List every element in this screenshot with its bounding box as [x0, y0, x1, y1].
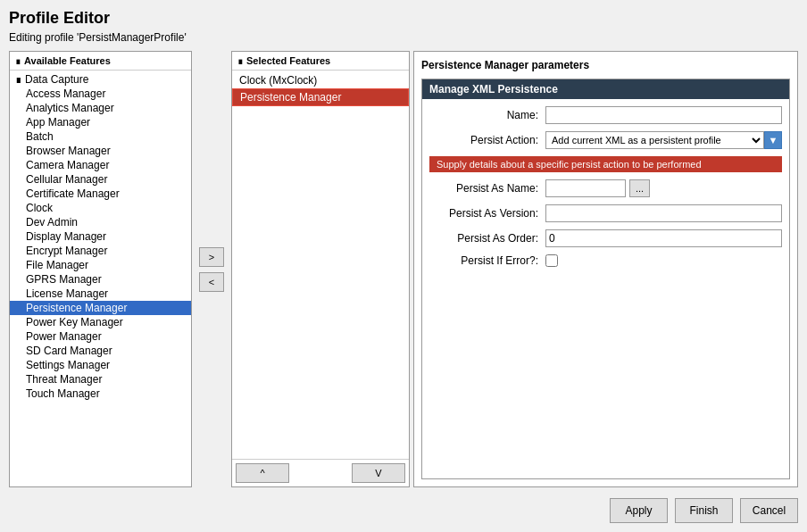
feature-item-browser-manager[interactable]: Browser Manager: [10, 144, 191, 158]
page-title: Profile Editor: [9, 9, 798, 28]
available-features-panel: ∎ Available Features ∎ Data Capture Acce…: [9, 51, 192, 487]
feature-item-cellular-manager[interactable]: Cellular Manager: [10, 172, 191, 187]
feature-item-power-manager[interactable]: Power Manager: [10, 329, 191, 344]
params-panel-title: Persistence Manager parameters: [421, 59, 790, 71]
feature-item-display-manager[interactable]: Display Manager: [10, 229, 191, 244]
feature-item-batch[interactable]: Batch: [10, 129, 191, 144]
feature-item-analytics-manager[interactable]: Analytics Manager: [10, 101, 191, 115]
name-input[interactable]: [545, 106, 782, 124]
persist-if-error-checkbox-wrapper: [545, 254, 558, 267]
persist-as-order-input[interactable]: [545, 229, 782, 247]
params-box-header: Manage XML Persistence: [422, 79, 789, 99]
finish-button[interactable]: Finish: [675, 498, 733, 523]
params-box: Manage XML Persistence Name: Persist Act…: [421, 79, 790, 479]
feature-item-app-manager[interactable]: App Manager: [10, 115, 191, 129]
cancel-button[interactable]: Cancel: [740, 498, 798, 523]
feature-item-encrypt-manager[interactable]: Encrypt Manager: [10, 244, 191, 258]
persist-action-label: Persist Action:: [429, 134, 545, 146]
editing-label: Editing profile 'PersistManagerProfile': [9, 31, 798, 44]
persist-as-version-row: Persist As Version:: [429, 204, 782, 222]
feature-item-gprs-manager[interactable]: GPRS Manager: [10, 272, 191, 287]
bottom-bar: Apply Finish Cancel: [9, 491, 798, 523]
selected-features-list: Clock (MxClock) Persistence Manager: [232, 71, 409, 459]
apply-button[interactable]: Apply: [610, 498, 668, 523]
persist-if-error-label: Persist If Error?:: [429, 254, 545, 267]
persist-action-select-wrapper: Add current XML as a persistent profile …: [545, 131, 782, 149]
group-expand-icon: ∎: [15, 73, 22, 86]
persist-as-name-label: Persist As Name:: [429, 182, 545, 195]
name-label: Name:: [429, 109, 545, 121]
transfer-arrows: > <: [196, 51, 228, 487]
feature-item-settings-manager[interactable]: Settings Manager: [10, 358, 191, 372]
persist-as-version-label: Persist As Version:: [429, 207, 545, 220]
persist-as-version-input[interactable]: [545, 204, 782, 222]
move-down-button[interactable]: V: [352, 463, 405, 483]
persist-as-name-controls: ...: [545, 179, 650, 197]
feature-group-data-capture[interactable]: ∎ Data Capture: [10, 72, 191, 87]
feature-item-power-key-manager[interactable]: Power Key Manager: [10, 315, 191, 329]
available-features-title: Available Features: [24, 55, 111, 66]
selected-features-panel: ∎ Selected Features Clock (MxClock) Pers…: [231, 51, 410, 487]
persist-if-error-checkbox[interactable]: [545, 254, 558, 267]
feature-item-access-manager[interactable]: Access Manager: [10, 87, 191, 101]
feature-item-threat-manager[interactable]: Threat Manager: [10, 372, 191, 387]
persist-as-name-input[interactable]: [545, 179, 626, 197]
selected-features-title: Selected Features: [246, 55, 330, 66]
persist-action-dropdown-btn[interactable]: ▼: [764, 131, 782, 149]
persist-action-row: Persist Action: Add current XML as a per…: [429, 131, 782, 149]
available-features-header: ∎ Available Features: [10, 52, 191, 71]
params-body: Name: Persist Action: Add current XML as…: [422, 99, 789, 281]
browse-button[interactable]: ...: [629, 179, 650, 197]
feature-item-touch-manager[interactable]: Touch Manager: [10, 387, 191, 401]
available-features-list: ∎ Data Capture Access Manager Analytics …: [10, 71, 191, 486]
feature-item-license-manager[interactable]: License Manager: [10, 287, 191, 301]
feature-item-clock[interactable]: Clock: [10, 201, 191, 215]
add-feature-button[interactable]: >: [199, 247, 224, 267]
move-up-button[interactable]: ^: [236, 463, 289, 483]
feature-item-persistence-manager[interactable]: Persistence Manager: [10, 301, 191, 315]
selected-features-header: ∎ Selected Features: [232, 52, 409, 71]
feature-item-certificate-manager[interactable]: Certificate Manager: [10, 187, 191, 201]
feature-item-file-manager[interactable]: File Manager: [10, 258, 191, 272]
feature-item-camera-manager[interactable]: Camera Manager: [10, 158, 191, 172]
group-label: Data Capture: [25, 73, 88, 86]
params-panel: Persistence Manager parameters Manage XM…: [413, 51, 798, 487]
feature-item-dev-admin[interactable]: Dev Admin: [10, 215, 191, 229]
info-bar: Supply details about a specific persist …: [429, 156, 782, 172]
remove-feature-button[interactable]: <: [199, 272, 224, 292]
persist-as-order-row: Persist As Order:: [429, 229, 782, 247]
name-row: Name:: [429, 106, 782, 124]
persist-if-error-row: Persist If Error?:: [429, 254, 782, 267]
feature-item-sd-card-manager[interactable]: SD Card Manager: [10, 344, 191, 358]
expand-icon: ∎: [15, 56, 21, 66]
selected-expand-icon: ∎: [237, 56, 243, 66]
selected-panel-footer: ^ V: [232, 459, 409, 486]
persist-as-name-row: Persist As Name: ...: [429, 179, 782, 197]
persist-action-select[interactable]: Add current XML as a persistent profile: [545, 131, 764, 149]
persist-as-order-label: Persist As Order:: [429, 232, 545, 245]
selected-item-clock[interactable]: Clock (MxClock): [232, 72, 409, 88]
selected-item-persistence-manager[interactable]: Persistence Manager: [232, 88, 409, 106]
